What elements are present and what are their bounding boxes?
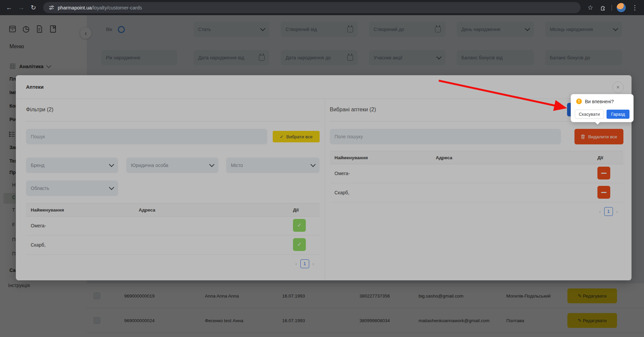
modal-title: Аптеки [26, 84, 44, 90]
prev-page-icon[interactable]: ‹ [599, 209, 601, 214]
minus-icon [601, 192, 607, 193]
back-icon[interactable]: ← [5, 4, 14, 11]
filter-promo-participant[interactable]: Учасник акції [369, 50, 446, 65]
cancel-button[interactable]: Скасувати [575, 110, 604, 119]
divider [26, 121, 320, 121]
selected-pharmacy-row: Скарб, [330, 183, 623, 202]
pharmacies-modal: Аптеки × Фільтри (2) ✓ Вибрати все Бренд… [16, 75, 632, 280]
sidebar-subitem[interactable]: П [12, 237, 16, 242]
filter-age[interactable]: Вік [101, 22, 177, 37]
chevron-down-icon [436, 54, 442, 60]
phone: 380227737356 [359, 293, 390, 298]
city: Полтава [506, 318, 524, 323]
delete-all-button[interactable]: Видалити все [574, 129, 623, 144]
row-checkbox[interactable] [93, 317, 100, 324]
sidebar-item-analytics[interactable]: Аналітика [9, 63, 51, 69]
filter-birthdate-from[interactable]: Дата народження від [193, 50, 269, 65]
browser-actions: ☆ ⋮ [586, 3, 639, 12]
row-checkbox[interactable] [93, 292, 100, 299]
filter-bonus-from[interactable]: Баланс бонусів від [457, 50, 534, 65]
ok-button[interactable]: Гаразд [607, 110, 629, 119]
city-dropdown[interactable]: Місто [226, 158, 320, 173]
filter-created-from[interactable]: Створений від [281, 22, 358, 37]
close-icon[interactable]: × [612, 82, 624, 93]
filter-birth-month[interactable]: Місяць народження [545, 22, 622, 37]
filter-created-to[interactable]: Створений до [369, 22, 446, 37]
region-dropdown[interactable]: Область [26, 180, 118, 196]
edit-button[interactable]: ✎ Редагувати [567, 288, 617, 303]
pagination: ‹ 1 › [599, 207, 618, 216]
sidebar-subitem[interactable]: П [12, 251, 16, 256]
chevron-down-icon [260, 26, 266, 31]
chevron-down-icon [109, 162, 114, 167]
sidebar-subitem[interactable]: Н [12, 182, 16, 188]
column-divider [325, 99, 325, 280]
trash-icon [581, 134, 585, 139]
address-bar[interactable]: pharmapoint.ua/loyalty/customer-cards [43, 2, 581, 13]
list-icon[interactable] [8, 131, 16, 138]
filter-birth-year[interactable]: Рік народження [101, 50, 177, 65]
customers-table: 969000000019 Anna Anna Anna 16.07.1993 3… [87, 283, 644, 337]
customer-name: Фесенко test Анна [205, 318, 243, 323]
page-number[interactable]: 1 [604, 207, 613, 216]
sidebar-item-instruction[interactable]: Інструкція [8, 283, 30, 288]
pharmacy-search-input[interactable] [26, 129, 267, 144]
sidebar-subitem-active[interactable]: С [12, 195, 16, 200]
brand-dropdown[interactable]: Бренд [26, 158, 118, 173]
sidebar-subitem[interactable]: F [12, 222, 15, 227]
sidebar-collapse-button[interactable]: ‹ [80, 27, 91, 39]
birth-date: 16.07.1993 [282, 293, 305, 298]
document-icon[interactable] [35, 25, 44, 33]
check-icon: ✓ [280, 134, 284, 139]
remove-pharmacy-button[interactable] [597, 186, 610, 199]
check-icon: ✓ [297, 222, 302, 228]
sidebar-top-icons [8, 25, 57, 33]
page-number[interactable]: 1 [300, 259, 309, 268]
pharmacy-name: Скарб, [334, 190, 349, 195]
pharmacy-name: Омега- [334, 171, 350, 176]
email: big.sasho@gmail.com [419, 293, 463, 298]
legal-entity-dropdown[interactable]: Юридична особа [126, 158, 218, 173]
next-page-icon[interactable]: › [313, 261, 314, 266]
forward-icon[interactable]: → [17, 4, 26, 11]
card-number: 969000000019 [124, 293, 155, 298]
warning-icon: ! [576, 99, 582, 104]
filter-birth-day[interactable]: День народження [457, 22, 534, 37]
filter-birthdate-to[interactable]: Дата народження до [281, 50, 358, 65]
browser-menu-icon[interactable]: ⋮ [630, 4, 639, 11]
filter-bonus-to[interactable]: Баланс бонусів до [545, 50, 622, 65]
selected-search-input[interactable] [330, 129, 561, 144]
bookmark-star-icon[interactable]: ☆ [586, 4, 595, 11]
page: Меню Аналітика Пла Імп Кон Роб Зам Тех П… [0, 15, 644, 337]
extensions-icon[interactable] [599, 4, 607, 11]
prev-page-icon[interactable]: ‹ [295, 261, 297, 266]
chevron-down-icon [109, 185, 114, 190]
phone: 380999808034 [359, 318, 390, 323]
select-all-button[interactable]: ✓ Вибрати все [273, 131, 320, 142]
grid-icon [9, 63, 16, 69]
loading-ring-icon [118, 26, 125, 33]
archive-icon[interactable] [8, 25, 17, 33]
add-pharmacy-button[interactable]: ✓ [293, 219, 306, 232]
remove-pharmacy-button[interactable] [597, 167, 610, 179]
check-icon: ✓ [297, 241, 302, 248]
email: matiashenkoannawork@gmail.com [419, 318, 489, 323]
next-page-icon[interactable]: › [616, 209, 618, 214]
screen: ← → ↻ pharmapoint.ua/loyalty/customer-ca… [0, 0, 644, 337]
add-pharmacy-button[interactable]: ✓ [293, 238, 306, 251]
pharmacy-row: Омега- ✓ [26, 216, 320, 235]
reload-icon[interactable]: ↻ [29, 4, 38, 11]
site-settings-icon[interactable] [49, 5, 54, 10]
url-text: pharmapoint.ua/loyalty/customer-cards [58, 5, 142, 10]
chevron-down-icon [46, 63, 52, 68]
filter-gender[interactable]: Стать [193, 22, 269, 37]
selected-pharmacy-row: Омега- [330, 164, 623, 183]
sidebar-subitem[interactable]: Т [12, 207, 15, 213]
pharmacy-row: Скарб, ✓ [26, 235, 320, 255]
edit-button[interactable]: ✎ Редагувати [567, 313, 617, 328]
pie-chart-icon[interactable] [22, 25, 30, 33]
sidebar-menu-title: Меню [9, 44, 24, 50]
profile-avatar[interactable] [617, 3, 626, 12]
divider [612, 5, 612, 11]
book-icon[interactable] [49, 25, 57, 33]
